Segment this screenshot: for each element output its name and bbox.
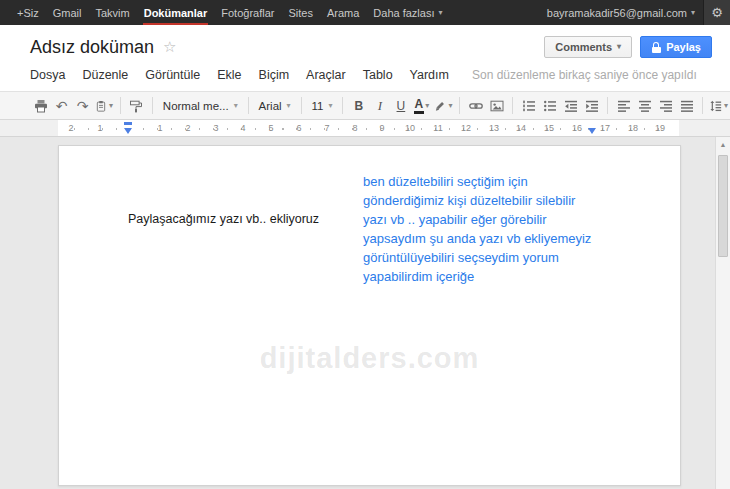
topbar-link-documents[interactable]: Dokümanlar <box>137 0 215 25</box>
web-clipboard-button[interactable]: ▾ <box>94 95 114 116</box>
italic-button[interactable]: I <box>370 95 389 116</box>
topbar-link-gmail[interactable]: Gmail <box>46 0 89 25</box>
toolbar-separator <box>152 97 153 114</box>
menu-help[interactable]: Yardım <box>410 68 449 82</box>
first-line-indent-marker[interactable] <box>124 122 132 125</box>
google-bar: +Siz Gmail Takvim Dokümanlar Fotoğraflar… <box>0 0 730 25</box>
bullet-list-icon <box>543 99 557 113</box>
align-center-icon <box>638 99 652 113</box>
undo-icon: ↶ <box>56 99 68 113</box>
chevron-down-icon: ▾ <box>691 9 695 17</box>
align-center-button[interactable] <box>635 95 654 116</box>
ruler-number: 2 <box>68 123 73 133</box>
star-icon[interactable]: ☆ <box>163 38 176 56</box>
align-left-button[interactable] <box>614 95 633 116</box>
ruler-number: 17 <box>600 123 610 133</box>
toolbar-separator <box>301 97 302 114</box>
insert-image-button[interactable] <box>487 95 506 116</box>
align-right-icon <box>659 99 673 113</box>
menu-tools[interactable]: Araçlar <box>306 68 346 82</box>
ruler-number: 15 <box>544 123 554 133</box>
numbered-list-button[interactable] <box>519 95 538 116</box>
share-label: Paylaş <box>666 41 701 53</box>
toolbar-separator <box>702 97 703 114</box>
topbar-link-plus-you[interactable]: +Siz <box>10 0 46 25</box>
align-justify-icon <box>680 99 694 113</box>
text-color-button[interactable]: A ▾ <box>412 95 431 116</box>
undo-button[interactable]: ↶ <box>52 95 71 116</box>
topbar-link-calendar[interactable]: Takvim <box>88 0 136 25</box>
chevron-down-icon: ▾ <box>724 102 728 110</box>
outdent-button[interactable] <box>561 95 580 116</box>
paint-format-button[interactable] <box>127 95 146 116</box>
chevron-down-icon: ▾ <box>448 102 452 110</box>
font-size-value: 11 <box>312 100 324 112</box>
document-header: Adsız doküman ☆ Comments ▾ Paylaş Dosya … <box>0 25 730 91</box>
account-menu[interactable]: bayramakadir56@gmail.com ▾ <box>539 0 703 25</box>
align-right-button[interactable] <box>656 95 675 116</box>
line-spacing-button[interactable]: ▾ <box>709 95 729 116</box>
ruler-number: 9 <box>379 123 384 133</box>
ruler-number: 8 <box>352 123 357 133</box>
ruler-number: 1 <box>157 123 162 133</box>
document-paragraph: Paylaşacağımız yazı vb.. ekliyoruz <box>128 212 319 226</box>
bold-button[interactable]: B <box>349 95 368 116</box>
header-buttons: Comments ▾ Paylaş <box>544 36 712 58</box>
chevron-down-icon: ▾ <box>617 43 621 51</box>
ruler-number: 7 <box>324 123 329 133</box>
left-indent-marker[interactable] <box>124 128 132 134</box>
scrollbar-thumb[interactable] <box>718 155 728 257</box>
paragraph-style-selector[interactable]: Normal me... ▾ <box>158 100 243 112</box>
watermark-text: dijitalders.com <box>59 342 680 375</box>
topbar-link-search[interactable]: Arama <box>320 0 366 25</box>
google-bar-right: bayramakadir56@gmail.com ▾ ⚙ <box>539 0 730 25</box>
topbar-link-sites[interactable]: Sites <box>281 0 319 25</box>
ruler-number: 10 <box>405 123 415 133</box>
menu-table[interactable]: Tablo <box>363 68 393 82</box>
toolbar-separator <box>512 97 513 114</box>
indent-button[interactable] <box>582 95 601 116</box>
menu-insert[interactable]: Ekle <box>217 68 241 82</box>
menu-edit[interactable]: Düzenle <box>82 68 128 82</box>
font-family-value: Arial <box>259 100 282 112</box>
document-area: dijitalders.com Paylaşacağımız yazı vb..… <box>0 137 730 489</box>
settings-gear-button[interactable]: ⚙ <box>703 0 730 25</box>
google-bar-nav: +Siz Gmail Takvim Dokümanlar Fotoğraflar… <box>0 0 450 25</box>
underline-button[interactable]: U <box>391 95 410 116</box>
highlight-pen-icon <box>434 99 446 113</box>
comments-button[interactable]: Comments ▾ <box>544 36 632 58</box>
scroll-up-button[interactable]: ▲ <box>716 137 730 152</box>
font-family-selector[interactable]: Arial ▾ <box>254 100 296 112</box>
document-title[interactable]: Adsız doküman <box>30 37 154 58</box>
topbar-more-label: Daha fazlası <box>373 7 434 19</box>
insert-link-button[interactable] <box>466 95 485 116</box>
right-indent-marker[interactable] <box>588 128 596 134</box>
ruler-number: 5 <box>268 123 273 133</box>
ruler-number: 18 <box>628 123 638 133</box>
font-size-selector[interactable]: 11 ▾ <box>307 100 338 112</box>
ruler-number: 13 <box>489 123 499 133</box>
ruler-ticks <box>74 128 672 130</box>
menu-file[interactable]: Dosya <box>30 68 65 82</box>
menu-format[interactable]: Biçim <box>259 68 290 82</box>
ruler-number: 3 <box>213 123 218 133</box>
ruler-number: 11 <box>433 123 442 133</box>
align-justify-button[interactable] <box>677 95 696 116</box>
highlight-color-button[interactable]: ▾ <box>433 95 453 116</box>
document-page[interactable]: dijitalders.com Paylaşacağımız yazı vb..… <box>58 145 681 486</box>
ruler-number: 4 <box>240 123 245 133</box>
bullet-list-button[interactable] <box>540 95 559 116</box>
scroll-up-icon: ▲ <box>720 141 727 148</box>
share-button[interactable]: Paylaş <box>640 36 712 58</box>
numbered-list-icon <box>522 99 536 113</box>
print-button[interactable] <box>31 95 50 116</box>
vertical-scrollbar[interactable]: ▲ <box>715 137 730 489</box>
google-docs-app: +Siz Gmail Takvim Dokümanlar Fotoğraflar… <box>0 0 730 489</box>
topbar-more-menu[interactable]: Daha fazlası ▾ <box>366 0 449 25</box>
redo-button[interactable]: ↷ <box>73 95 92 116</box>
ruler-number: 1 <box>97 123 102 133</box>
gear-icon: ⚙ <box>711 5 723 20</box>
toolbar-separator <box>120 97 121 114</box>
topbar-link-photos[interactable]: Fotoğraflar <box>214 0 281 25</box>
menu-view[interactable]: Görüntüle <box>145 68 200 82</box>
